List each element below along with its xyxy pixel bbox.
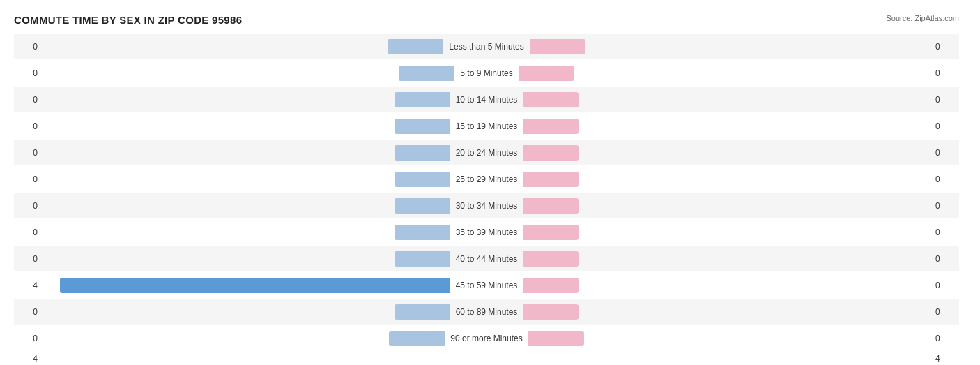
bar-container: 15 to 19 Minutes bbox=[42, 114, 931, 139]
left-value: 0 bbox=[14, 334, 42, 343]
male-bar bbox=[395, 225, 450, 240]
bar-label: 35 to 39 Minutes bbox=[450, 228, 523, 237]
left-value: 0 bbox=[14, 42, 42, 52]
bar-label: Less than 5 Minutes bbox=[443, 42, 529, 52]
left-value: 4 bbox=[14, 281, 42, 290]
male-bar bbox=[399, 66, 454, 81]
right-value: 0 bbox=[931, 95, 959, 105]
right-value: 0 bbox=[931, 228, 959, 237]
male-bar bbox=[60, 278, 450, 293]
right-value: 0 bbox=[931, 334, 959, 343]
left-value: 0 bbox=[14, 121, 42, 131]
female-bar bbox=[523, 172, 579, 187]
bar-label: 40 to 44 Minutes bbox=[450, 254, 523, 264]
female-bar bbox=[519, 66, 574, 81]
axis-left-value: 4 bbox=[14, 354, 42, 364]
female-bar bbox=[523, 278, 579, 293]
male-bar bbox=[395, 198, 450, 214]
bar-container: 35 to 39 Minutes bbox=[42, 220, 931, 245]
female-bar bbox=[523, 304, 579, 320]
bar-container: 60 to 89 Minutes bbox=[42, 299, 931, 325]
right-value: 0 bbox=[931, 201, 959, 211]
right-value: 0 bbox=[931, 148, 959, 158]
female-bar bbox=[523, 198, 579, 214]
female-bar bbox=[528, 331, 584, 346]
male-bar bbox=[395, 119, 450, 134]
left-value: 0 bbox=[14, 254, 42, 264]
right-value: 0 bbox=[931, 254, 959, 264]
female-bar bbox=[523, 145, 579, 161]
bar-row: 060 to 89 Minutes0 bbox=[14, 299, 959, 325]
chart-title: COMMUTE TIME BY SEX IN ZIP CODE 95986 bbox=[14, 14, 242, 26]
axis-right-value: 4 bbox=[931, 354, 959, 364]
male-bar bbox=[395, 304, 450, 320]
bar-label: 10 to 14 Minutes bbox=[450, 95, 523, 105]
left-value: 0 bbox=[14, 174, 42, 184]
right-value: 0 bbox=[931, 42, 959, 52]
bar-label: 90 or more Minutes bbox=[445, 334, 528, 343]
bar-label: 15 to 19 Minutes bbox=[450, 121, 523, 131]
bar-container: 45 to 59 Minutes bbox=[42, 273, 931, 298]
bar-row: 010 to 14 Minutes0 bbox=[14, 87, 959, 112]
bar-label: 20 to 24 Minutes bbox=[450, 148, 523, 158]
bar-row: 025 to 29 Minutes0 bbox=[14, 167, 959, 192]
bar-container: 40 to 44 Minutes bbox=[42, 246, 931, 271]
female-bar bbox=[523, 225, 579, 240]
bar-label: 45 to 59 Minutes bbox=[450, 281, 523, 290]
bar-row: 020 to 24 Minutes0 bbox=[14, 140, 959, 165]
bar-container: 5 to 9 Minutes bbox=[42, 61, 931, 86]
bar-label: 25 to 29 Minutes bbox=[450, 174, 523, 184]
right-value: 0 bbox=[931, 121, 959, 131]
right-value: 0 bbox=[931, 307, 959, 317]
male-bar bbox=[395, 251, 450, 267]
female-bar bbox=[523, 92, 579, 107]
bar-container: 20 to 24 Minutes bbox=[42, 140, 931, 165]
left-value: 0 bbox=[14, 228, 42, 237]
bar-container: Less than 5 Minutes bbox=[42, 34, 931, 59]
male-bar bbox=[395, 172, 450, 187]
bar-row: 015 to 19 Minutes0 bbox=[14, 114, 959, 139]
left-value: 0 bbox=[14, 307, 42, 317]
bar-row: 0Less than 5 Minutes0 bbox=[14, 34, 959, 59]
bar-label: 30 to 34 Minutes bbox=[450, 201, 523, 211]
female-bar bbox=[523, 119, 579, 134]
chart-area: 0Less than 5 Minutes005 to 9 Minutes0010… bbox=[14, 34, 959, 351]
left-value: 0 bbox=[14, 201, 42, 211]
right-value: 0 bbox=[931, 68, 959, 78]
bar-row: 030 to 34 Minutes0 bbox=[14, 193, 959, 218]
female-bar bbox=[523, 251, 579, 267]
bar-row: 445 to 59 Minutes0 bbox=[14, 273, 959, 298]
female-bar bbox=[530, 39, 585, 54]
bar-container: 10 to 14 Minutes bbox=[42, 87, 931, 112]
bar-container: 30 to 34 Minutes bbox=[42, 193, 931, 218]
bar-row: 05 to 9 Minutes0 bbox=[14, 61, 959, 86]
axis-row: 4 4 bbox=[14, 354, 959, 364]
male-bar bbox=[395, 92, 450, 107]
bar-row: 035 to 39 Minutes0 bbox=[14, 220, 959, 245]
bar-container: 90 or more Minutes bbox=[42, 326, 931, 351]
right-value: 0 bbox=[931, 174, 959, 184]
left-value: 0 bbox=[14, 95, 42, 105]
bar-label: 5 to 9 Minutes bbox=[454, 68, 518, 78]
left-value: 0 bbox=[14, 68, 42, 78]
male-bar bbox=[389, 331, 445, 346]
chart-header: COMMUTE TIME BY SEX IN ZIP CODE 95986 So… bbox=[14, 14, 959, 26]
male-bar bbox=[388, 39, 443, 54]
bar-row: 040 to 44 Minutes0 bbox=[14, 246, 959, 271]
source-text: Source: ZipAtlas.com bbox=[886, 14, 959, 22]
right-value: 0 bbox=[931, 281, 959, 290]
left-value: 0 bbox=[14, 148, 42, 158]
bar-row: 090 or more Minutes0 bbox=[14, 326, 959, 351]
bar-label: 60 to 89 Minutes bbox=[450, 307, 523, 317]
male-bar bbox=[395, 145, 450, 161]
bar-container: 25 to 29 Minutes bbox=[42, 167, 931, 192]
